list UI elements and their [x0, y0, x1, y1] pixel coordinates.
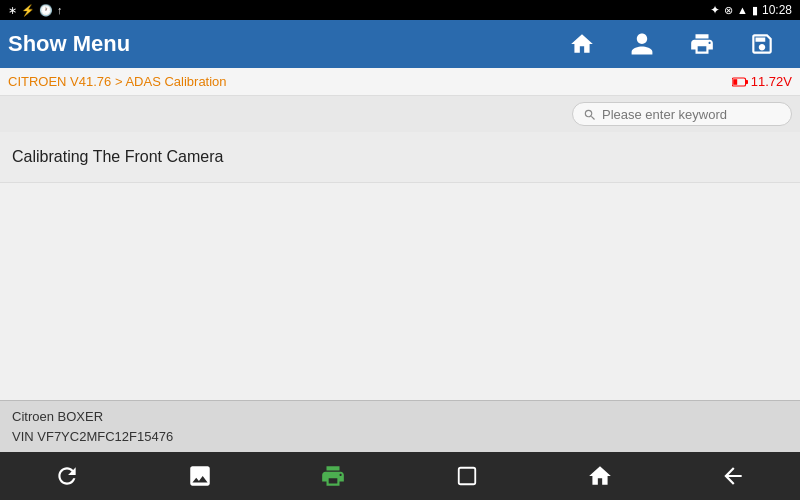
signal-icon: ▲: [737, 4, 748, 16]
status-bar: ∗ ⚡ 🕐 ↑ ✦ ⊗ ▲ ▮ 10:28: [0, 0, 800, 20]
print-button[interactable]: [672, 20, 732, 68]
search-icon: [583, 106, 597, 122]
battery-icon: ▮: [752, 4, 758, 17]
vehicle-vin: VIN VF7YC2MFC12F15476: [12, 427, 788, 447]
svg-rect-1: [745, 80, 747, 84]
info-bar: Citroen BOXER VIN VF7YC2MFC12F15476: [0, 400, 800, 452]
search-input-wrap[interactable]: [572, 102, 792, 126]
search-bar: [0, 96, 800, 132]
bt-icon: ∗: [8, 4, 17, 17]
breadcrumb-bar: CITROEN V41.76 > ADAS Calibration 11.72V: [0, 68, 800, 96]
wifi-icon: ⊗: [724, 4, 733, 17]
toolbar-title: Show Menu: [8, 31, 552, 57]
list-item[interactable]: Calibrating The Front Camera: [0, 132, 800, 183]
status-bar-left: ∗ ⚡ 🕐 ↑: [8, 4, 63, 17]
battery-voltage: 11.72V: [751, 74, 792, 89]
home-nav-button[interactable]: [570, 452, 630, 500]
toolbar: Show Menu: [0, 20, 800, 68]
usb-icon: ⚡: [21, 4, 35, 17]
save-button[interactable]: [732, 20, 792, 68]
bluetooth-status-icon: ✦: [710, 3, 720, 17]
content-area: Calibrating The Front Camera: [0, 132, 800, 400]
status-bar-right: ✦ ⊗ ▲ ▮ 10:28: [710, 3, 792, 17]
user-button[interactable]: [612, 20, 672, 68]
toolbar-actions: [552, 20, 792, 68]
search-input[interactable]: [602, 107, 781, 122]
refresh-button[interactable]: [37, 452, 97, 500]
svg-rect-2: [733, 79, 737, 85]
home-button[interactable]: [552, 20, 612, 68]
list-item-label: Calibrating The Front Camera: [12, 148, 223, 165]
square-button[interactable]: [437, 452, 497, 500]
svg-rect-3: [458, 468, 475, 485]
printer-nav-button[interactable]: [303, 452, 363, 500]
battery-status: 11.72V: [732, 74, 792, 89]
breadcrumb-text: CITROEN V41.76 > ADAS Calibration: [8, 74, 227, 89]
clock-icon: 🕐: [39, 4, 53, 17]
vehicle-model: Citroen BOXER: [12, 407, 788, 427]
back-button[interactable]: [703, 452, 763, 500]
time-display: 10:28: [762, 3, 792, 17]
alarm-icon: ↑: [57, 4, 63, 16]
gallery-button[interactable]: [170, 452, 230, 500]
bottom-nav: [0, 452, 800, 500]
